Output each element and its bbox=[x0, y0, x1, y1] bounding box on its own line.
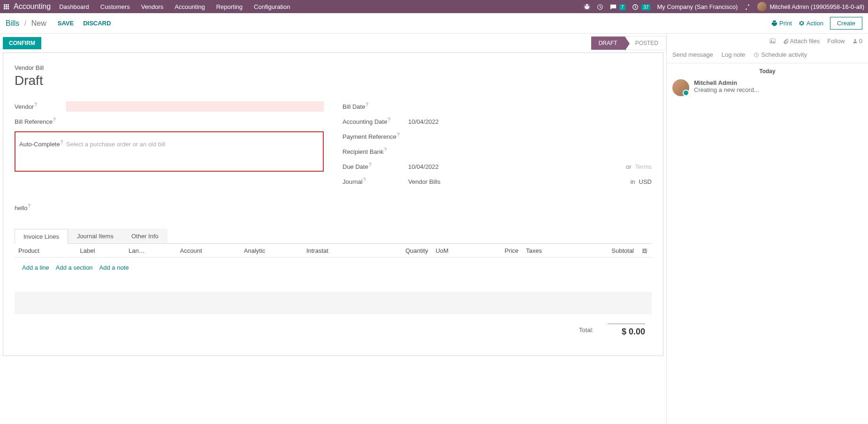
auto-complete-input[interactable]: Select a purchase order or an old bill bbox=[66, 139, 319, 150]
print-button[interactable]: Print bbox=[771, 20, 792, 27]
label-vendor: Vendor? bbox=[15, 102, 66, 110]
acct-date-value[interactable]: 10/04/2022 bbox=[408, 116, 652, 127]
th-taxes[interactable]: Taxes bbox=[522, 244, 573, 257]
label-bill-date: Bill Date? bbox=[343, 102, 408, 110]
tools-icon[interactable] bbox=[744, 3, 751, 10]
activities-badge: 37 bbox=[641, 4, 650, 10]
or-text: or bbox=[626, 163, 632, 170]
print-label: Print bbox=[779, 20, 792, 27]
label-journal: Journal? bbox=[343, 177, 408, 185]
messages-badge: 7 bbox=[619, 4, 626, 10]
label-recip-bank: Recipient Bank? bbox=[343, 147, 408, 155]
nav-configuration[interactable]: Configuration bbox=[254, 3, 290, 10]
tabs: Invoice Lines Journal Items Other Info bbox=[15, 228, 652, 244]
th-quantity[interactable]: Quantity bbox=[366, 244, 432, 257]
nav-accounting[interactable]: Accounting bbox=[175, 3, 205, 10]
form-subtitle: Vendor Bill bbox=[15, 64, 652, 71]
schedule-activity-link[interactable]: Schedule activity bbox=[754, 51, 807, 58]
stage-posted[interactable]: POSTED bbox=[625, 36, 666, 50]
discard-button[interactable]: DISCARD bbox=[83, 20, 111, 27]
company-switcher[interactable]: My Company (San Francisco) bbox=[657, 3, 738, 10]
th-label[interactable]: Label bbox=[76, 244, 125, 257]
th-account[interactable]: Account bbox=[176, 244, 240, 257]
th-product[interactable]: Product bbox=[15, 244, 76, 257]
status-stages: DRAFT POSTED bbox=[591, 36, 666, 50]
breadcrumb-current: New bbox=[31, 19, 46, 27]
breadcrumb-root[interactable]: Bills bbox=[6, 19, 19, 27]
activities-icon[interactable]: 37 bbox=[632, 3, 650, 10]
bill-date-input[interactable] bbox=[408, 105, 652, 108]
currency-value[interactable]: USD bbox=[639, 178, 652, 185]
form-title: Draft bbox=[15, 73, 652, 88]
breadcrumb-sep: / bbox=[24, 19, 26, 27]
svg-rect-2 bbox=[769, 39, 775, 44]
nav-reporting[interactable]: Reporting bbox=[216, 3, 243, 10]
messages-icon[interactable]: 7 bbox=[610, 3, 625, 10]
create-button[interactable]: Create bbox=[830, 17, 862, 30]
msg-text: Creating a new record... bbox=[694, 86, 759, 93]
label-bill-ref: Bill Reference? bbox=[15, 117, 66, 125]
tab-other-info[interactable]: Other Info bbox=[122, 228, 168, 243]
person-icon bbox=[853, 38, 858, 44]
clock-icon[interactable] bbox=[597, 3, 603, 10]
action-label: Action bbox=[807, 20, 823, 27]
top-navbar: Accounting Dashboard Customers Vendors A… bbox=[0, 0, 868, 13]
save-button[interactable]: SAVE bbox=[58, 20, 74, 27]
label-acct-date: Accounting Date? bbox=[343, 117, 408, 125]
total-label: Total: bbox=[579, 326, 594, 333]
pay-ref-input[interactable] bbox=[408, 135, 652, 138]
vendor-input[interactable] bbox=[66, 101, 324, 112]
svg-point-4 bbox=[854, 39, 856, 41]
today-label: Today bbox=[667, 63, 868, 79]
th-uom[interactable]: UoM bbox=[432, 244, 476, 257]
user-menu[interactable]: Mitchell Admin (19905958-16-0-all) bbox=[757, 2, 864, 11]
terms-input[interactable]: Terms bbox=[635, 163, 652, 170]
due-date-value[interactable]: 10/04/2022 or Terms bbox=[408, 161, 652, 172]
confirm-button[interactable]: CONFIRM bbox=[3, 37, 41, 49]
chatter-sidebar: Attach files Follow 0 Send message Log n… bbox=[666, 34, 868, 424]
nav-vendors[interactable]: Vendors bbox=[141, 3, 164, 10]
th-subtotal[interactable]: Subtotal bbox=[573, 244, 638, 257]
th-lan[interactable]: Lan… bbox=[125, 244, 176, 257]
bill-ref-input[interactable] bbox=[66, 120, 324, 123]
th-intrastat[interactable]: Intrastat bbox=[303, 244, 366, 257]
gear-icon bbox=[799, 20, 805, 26]
label-pay-ref: Payment Reference? bbox=[343, 132, 408, 140]
app-brand[interactable]: Accounting bbox=[14, 2, 51, 11]
bug-icon[interactable] bbox=[584, 3, 590, 10]
user-name: Mitchell Admin (19905958-16-0-all) bbox=[769, 3, 864, 10]
nav-dashboard[interactable]: Dashboard bbox=[59, 3, 89, 10]
attach-files-link[interactable]: Attach files bbox=[783, 38, 820, 45]
send-message-link[interactable]: Send message bbox=[672, 51, 713, 58]
journal-value[interactable]: Vendor Bills in USD bbox=[408, 176, 652, 187]
auto-complete-highlight: Auto-Complete? Select a purchase order o… bbox=[15, 131, 324, 172]
log-note-link[interactable]: Log note bbox=[722, 51, 746, 58]
add-line-link[interactable]: Add a line bbox=[22, 264, 49, 271]
add-section-link[interactable]: Add a section bbox=[56, 264, 93, 271]
tab-journal-items[interactable]: Journal Items bbox=[68, 228, 122, 243]
empty-space bbox=[15, 292, 652, 314]
action-button[interactable]: Action bbox=[799, 20, 823, 27]
th-analytic[interactable]: Analytic bbox=[240, 244, 303, 257]
th-settings[interactable] bbox=[638, 244, 652, 257]
label-hello: hello? bbox=[15, 204, 652, 212]
apps-icon[interactable] bbox=[4, 4, 9, 9]
add-note-link[interactable]: Add a note bbox=[99, 264, 129, 271]
svg-point-3 bbox=[770, 40, 771, 41]
invoice-lines-table: Product Label Lan… Account Analytic Intr… bbox=[15, 244, 652, 278]
msg-author: Mitchell Admin bbox=[694, 79, 759, 86]
attach-label: Attach files bbox=[790, 38, 820, 45]
stage-draft[interactable]: DRAFT bbox=[591, 36, 625, 50]
follow-button[interactable]: Follow bbox=[827, 38, 845, 45]
breadcrumb: Bills / New bbox=[6, 19, 46, 28]
view-attachments[interactable] bbox=[769, 38, 776, 44]
tab-invoice-lines[interactable]: Invoice Lines bbox=[15, 229, 68, 244]
sliders-icon bbox=[641, 248, 648, 254]
th-price[interactable]: Price bbox=[476, 244, 522, 257]
nav-customers[interactable]: Customers bbox=[100, 3, 130, 10]
form-sheet: Vendor Bill Draft Vendor? Bill Reference… bbox=[3, 53, 663, 356]
followers-count[interactable]: 0 bbox=[853, 38, 862, 45]
main-content: CONFIRM DRAFT POSTED Vendor Bill Draft V… bbox=[0, 34, 666, 424]
recip-bank-input[interactable] bbox=[408, 150, 652, 153]
clock-outline-icon bbox=[754, 52, 759, 58]
